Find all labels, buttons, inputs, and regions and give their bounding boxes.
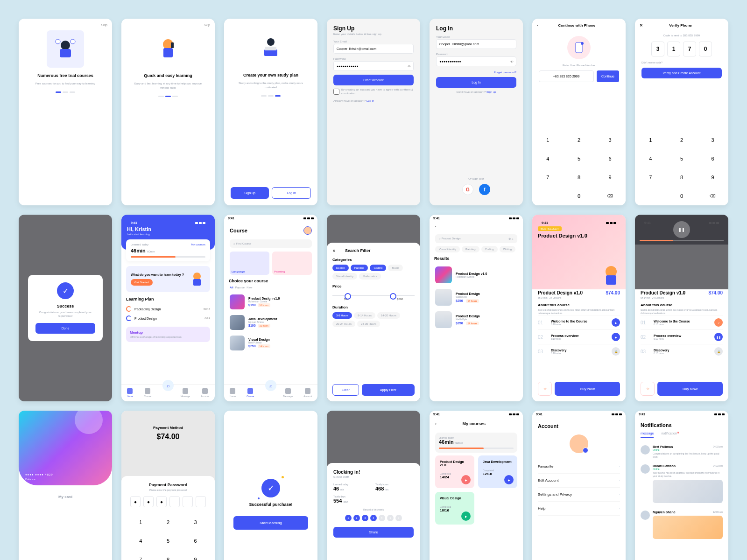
chip-all[interactable]: All — [230, 286, 233, 289]
filter-tag[interactable]: Painting — [351, 265, 368, 271]
pause-icon[interactable]: ❚❚ — [714, 333, 723, 341]
phone-input[interactable] — [539, 70, 594, 82]
share-button[interactable]: Share — [333, 527, 414, 538]
keypad-8[interactable]: 8 — [155, 550, 182, 560]
done-button[interactable]: Done — [35, 323, 95, 334]
lesson-item[interactable]: 03Discovery6:10 mins🔒 — [538, 344, 620, 358]
close-icon[interactable]: ✕ — [332, 249, 336, 253]
filter-tag[interactable]: Coding — [370, 265, 386, 271]
buy-button[interactable]: Buy Now — [657, 382, 723, 396]
tab-account[interactable]: Account — [303, 388, 312, 398]
filter-icon[interactable]: ⚙ ⌕ — [508, 237, 514, 240]
start-learning-button[interactable]: Start learning — [233, 516, 308, 530]
account-favourite[interactable]: Favourite› — [538, 460, 620, 474]
code-digit-1[interactable]: 3 — [651, 42, 664, 56]
chip-popular[interactable]: Popular — [235, 286, 245, 289]
result-item[interactable]: Product Design v1.0Robertson Connie — [430, 264, 523, 286]
keypad-7[interactable]: 7 — [127, 550, 155, 560]
keypad-4[interactable]: 4 — [532, 149, 564, 168]
filter-tag[interactable]: Painting — [462, 246, 479, 252]
filter-tag[interactable]: Design — [332, 265, 349, 271]
apply-button[interactable]: Apply Filter — [362, 384, 415, 396]
favorite-button[interactable]: ☆ — [538, 382, 552, 396]
filter-tag[interactable]: 20-24 Hours — [332, 321, 355, 327]
clear-button[interactable]: Clear — [332, 384, 359, 396]
terms-checkbox[interactable] — [333, 89, 339, 95]
pause-icon[interactable]: ❚❚ — [673, 221, 690, 238]
keypad-7[interactable]: 7 — [635, 168, 666, 187]
email-input[interactable] — [436, 39, 516, 49]
keypad-2[interactable]: 2 — [564, 131, 595, 149]
tab-home[interactable]: Home — [230, 388, 236, 398]
login-button[interactable]: Log In — [436, 77, 516, 88]
search-fab[interactable]: ⌕ — [265, 380, 276, 391]
verify-button[interactable]: Verify and Create Account — [641, 68, 722, 78]
keypad-5[interactable]: 5 — [155, 532, 182, 550]
signup-button[interactable]: Sign up — [231, 187, 269, 199]
buy-button[interactable]: Buy Now — [555, 382, 620, 396]
keypad-0[interactable]: 0 — [564, 187, 595, 205]
keypad-9[interactable]: 9 — [182, 550, 209, 560]
keypad-backspace[interactable]: ⌫ — [697, 187, 728, 205]
lesson-item[interactable]: 01Welcome to the Course6:10 mins▶ — [538, 315, 620, 329]
notification-item[interactable]: Nguyen Shane12:00 am — [641, 508, 723, 544]
tab-notification[interactable]: notification — [661, 432, 678, 438]
login-button[interactable]: Log in — [272, 187, 311, 199]
facebook-login-button[interactable]: f — [479, 184, 490, 195]
keypad-1[interactable]: 1 — [127, 513, 155, 532]
back-icon[interactable]: ‹ — [435, 422, 437, 426]
keypad-8[interactable]: 8 — [666, 168, 698, 187]
result-item[interactable]: Product DesignWebb Kyle$250 14 hours — [430, 308, 523, 331]
close-icon[interactable]: ✕ — [640, 23, 643, 28]
avatar[interactable] — [303, 226, 312, 235]
account-settings[interactable]: Settings and Privacy› — [538, 488, 620, 502]
notification-item[interactable]: Daniel Lawson04:32 pm Online Your course… — [641, 462, 723, 508]
filter-tag[interactable]: Music — [388, 265, 403, 271]
keypad-0[interactable]: 0 — [666, 187, 698, 205]
tab-account[interactable]: Account — [201, 388, 209, 398]
eye-icon[interactable]: 👁 — [510, 60, 514, 63]
result-item[interactable]: Product DesignWebb Kyle$250 14 hours — [430, 286, 523, 308]
continue-button[interactable]: Continue — [597, 70, 619, 82]
password-input[interactable] — [436, 56, 516, 66]
chip-new[interactable]: New — [247, 286, 252, 289]
tab-course[interactable]: Course — [144, 388, 151, 398]
play-icon[interactable]: ▶ — [461, 511, 471, 521]
search-input[interactable]: ⌕ Product Design ⚙ ⌕ — [435, 234, 517, 243]
keypad-8[interactable]: 8 — [564, 168, 595, 187]
back-icon[interactable]: ‹ — [435, 224, 437, 229]
keypad-3[interactable]: 3 — [697, 131, 728, 149]
filter-tag[interactable]: Mathmatics — [359, 273, 381, 280]
keypad-5[interactable]: 5 — [564, 149, 595, 168]
forgot-password-link[interactable]: Forget password? — [494, 71, 516, 74]
notification-item[interactable]: Bert Pullman04:32 pm Online Congratulati… — [641, 442, 723, 462]
get-started-button[interactable]: Get Started — [131, 279, 153, 286]
account-edit[interactable]: Edit Account› — [538, 474, 620, 488]
my-course-card[interactable]: Visual Design Completed 10/16 ▶ — [435, 492, 474, 525]
keypad-2[interactable]: 2 — [666, 131, 698, 149]
back-icon[interactable]: ‹ — [537, 23, 538, 28]
my-course-card[interactable]: Product Design v1.0 Completed 14/24 ▶ — [435, 455, 474, 488]
keypad-9[interactable]: 9 — [697, 168, 728, 187]
play-icon[interactable]: ▶ — [461, 475, 471, 484]
filter-tag[interactable]: 24-30 Hours — [357, 321, 380, 327]
keypad-4[interactable]: 4 — [127, 532, 155, 550]
lesson-item[interactable]: 01Welcome to the Course6:10 mins✓ — [641, 315, 723, 329]
filter-tag[interactable]: 8-14 Hours — [354, 312, 375, 319]
course-item[interactable]: Product Design v1.0 Robertson Connie $19… — [230, 292, 312, 312]
search-input[interactable]: ⌕ Find Course — [230, 239, 312, 248]
tab-course[interactable]: Course — [247, 388, 254, 398]
lesson-item[interactable]: 02Process overview6:10 mins❚❚ — [641, 329, 723, 344]
filter-tag[interactable]: Coding — [481, 246, 498, 252]
done-icon[interactable]: ✓ — [714, 318, 723, 327]
keypad-5[interactable]: 5 — [666, 149, 698, 168]
favorite-button[interactable]: ☆ — [641, 382, 655, 396]
signup-link[interactable]: Sign up — [486, 91, 496, 93]
play-icon[interactable]: ▶ — [612, 318, 620, 327]
eye-icon[interactable]: 👁 — [408, 64, 411, 68]
keypad-6[interactable]: 6 — [697, 149, 728, 168]
filter-tag[interactable]: Visual identity — [435, 246, 460, 252]
password-input[interactable] — [333, 61, 414, 71]
keypad-backspace[interactable]: ⌫ — [594, 187, 626, 205]
lesson-item[interactable]: 03Discovery6:10 mins🔒 — [641, 344, 723, 358]
